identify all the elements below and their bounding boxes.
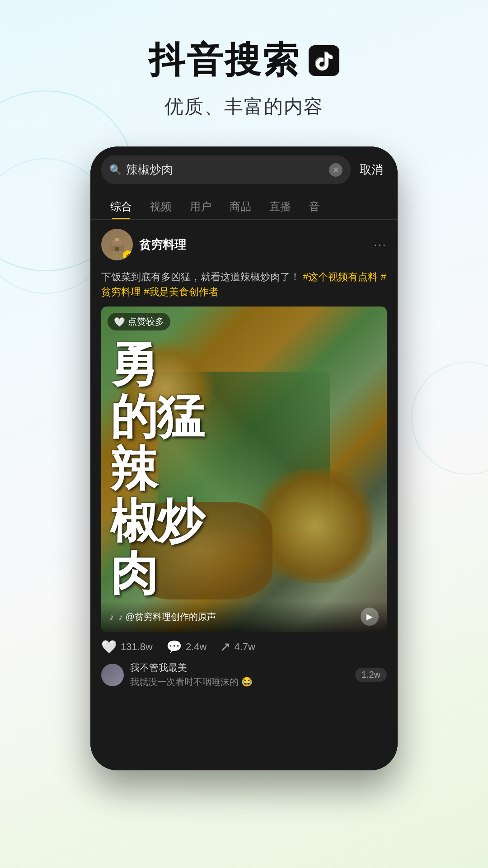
- like-count: 131.8w: [121, 641, 153, 653]
- svg-rect-3: [115, 247, 119, 251]
- more-options-icon[interactable]: ···: [374, 237, 387, 252]
- search-icon: 🔍: [109, 164, 122, 176]
- share-count: 4.7w: [234, 641, 255, 653]
- username: 贫穷料理: [139, 237, 367, 253]
- tiktok-logo-icon: [309, 45, 339, 76]
- tab-综合[interactable]: 综合: [101, 194, 141, 219]
- tab-商品[interactable]: 商品: [221, 194, 260, 219]
- tab-用户[interactable]: 用户: [181, 194, 221, 219]
- video-bottom-bar: ♪ ♪ @贫穷料理创作的原声 ▶: [101, 601, 387, 632]
- post-actions: 🤍 131.8w 💬 2.4w ↗ 4.7w: [90, 632, 398, 661]
- video-overlay: 勇的猛辣椒炒肉: [101, 307, 387, 632]
- comment-count-badge: 1.2w: [355, 668, 387, 682]
- search-input-container[interactable]: 🔍 辣椒炒肉 ✕: [101, 156, 351, 184]
- content-area: ✓ 贫穷料理 ··· 下饭菜到底有多凶猛，就看这道辣椒炒肉了！ #这个视频有点料…: [90, 220, 398, 770]
- comment-icon: 💬: [166, 639, 182, 654]
- main-title: 抖音搜索: [149, 36, 300, 85]
- share-icon: ↗: [220, 639, 230, 654]
- comment-content: 我不管我最美 我就没一次看时不咽唾沫的 😂: [130, 661, 349, 688]
- like-button[interactable]: 🤍 131.8w: [101, 639, 153, 654]
- comment-button[interactable]: 💬 2.4w: [166, 639, 206, 654]
- like-icon: 🤍: [101, 639, 117, 654]
- avatar: ✓: [101, 229, 133, 260]
- cancel-button[interactable]: 取消: [356, 162, 387, 178]
- tab-视频[interactable]: 视频: [141, 194, 181, 219]
- phone-inner: 🔍 辣椒炒肉 ✕ 取消 综合 视频 用户 商品: [90, 146, 398, 770]
- tab-直播[interactable]: 直播: [260, 194, 300, 219]
- post-text: 下饭菜到底有多凶猛，就看这道辣椒炒肉了！ #这个视频有点料 #贫穷料理 #我是美…: [90, 269, 398, 307]
- clear-icon[interactable]: ✕: [329, 163, 343, 177]
- post-header: ✓ 贫穷料理 ···: [90, 220, 398, 269]
- comment-preview-text: 我就没一次看时不咽唾沫的 😂: [130, 676, 349, 688]
- share-button[interactable]: ↗ 4.7w: [220, 639, 255, 654]
- post-description: 下饭菜到底有多凶猛，就看这道辣椒炒肉了！: [101, 271, 300, 283]
- commenter-name: 我不管我最美: [130, 661, 349, 674]
- tabs-bar: 综合 视频 用户 商品 直播 音: [90, 190, 398, 220]
- commenter-avatar: [101, 664, 124, 686]
- phone-mockup: 🔍 辣椒炒肉 ✕ 取消 综合 视频 用户 商品: [90, 146, 398, 770]
- comment-preview: 我不管我最美 我就没一次看时不咽唾沫的 😂 1.2w: [90, 661, 398, 695]
- video-title-text: 勇的猛辣椒炒肉: [110, 339, 378, 600]
- video-thumbnail[interactable]: 🤍 点赞较多 勇的猛辣椒炒肉 ♪ ♪ @贫穷料理创作的原声 ▶: [101, 307, 387, 632]
- tab-音[interactable]: 音: [300, 194, 329, 219]
- comment-count: 2.4w: [186, 641, 206, 653]
- search-query: 辣椒炒肉: [126, 162, 324, 178]
- svg-rect-2: [115, 238, 119, 241]
- tiktok-small-icon: ♪: [109, 612, 114, 622]
- sound-attribution: ♪ @贫穷料理创作的原声: [118, 611, 356, 623]
- verified-badge: ✓: [123, 250, 133, 260]
- search-bar: 🔍 辣椒炒肉 ✕ 取消: [90, 146, 398, 190]
- title-row: 抖音搜索: [0, 36, 488, 85]
- play-button[interactable]: ▶: [361, 608, 379, 626]
